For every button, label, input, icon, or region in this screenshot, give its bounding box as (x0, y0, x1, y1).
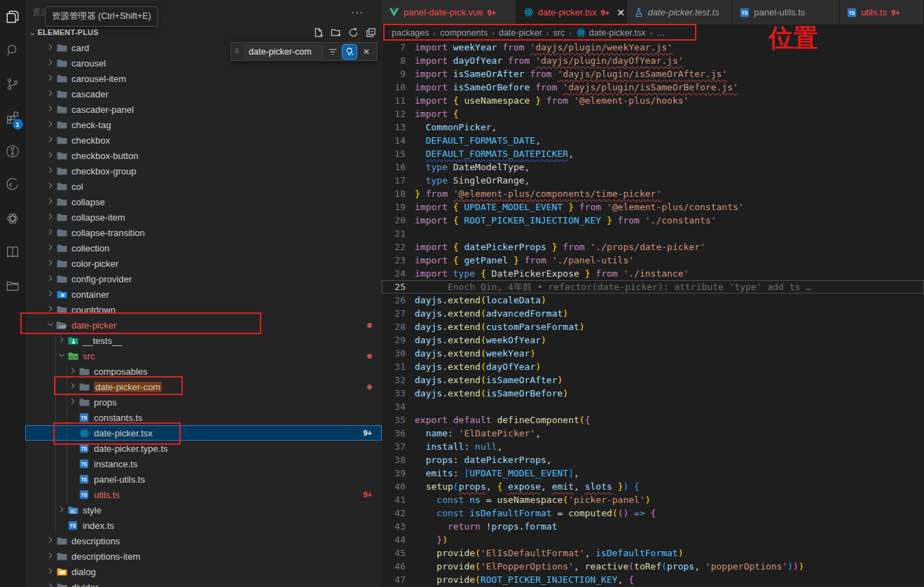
tree-item-descriptions[interactable]: descriptions (25, 533, 382, 548)
chevron-right-icon[interactable] (45, 259, 56, 268)
chevron-right-icon[interactable] (45, 228, 56, 237)
chevron-right-icon[interactable] (45, 305, 56, 314)
tree-item-collection[interactable]: collection (25, 240, 382, 256)
tree-item-indexts[interactable]: TSindex.ts (25, 518, 382, 533)
tree-item-props[interactable]: props (25, 394, 382, 410)
tree-item-composables[interactable]: composables (25, 364, 382, 379)
chevron-right-icon[interactable] (45, 182, 56, 191)
code-line-39[interactable]: 39 emits: [UPDATE_MODEL_EVENT], (382, 467, 924, 480)
activity-search[interactable] (0, 34, 25, 67)
tree-item-collapse-transition[interactable]: collapse-transition (25, 225, 382, 240)
tree-item-checkbox-group[interactable]: checkbox-group (25, 163, 382, 179)
activity-chatgpt[interactable] (0, 202, 25, 235)
activity-project-manager[interactable] (0, 269, 25, 303)
collapse-all-icon[interactable] (366, 27, 376, 38)
code-line-21[interactable]: 21 (382, 227, 924, 240)
tree-item-__tests__[interactable]: __tests__ (25, 333, 382, 348)
code-line-13[interactable]: 13 CommonPicker, (382, 120, 924, 134)
tree-item-date-picker-com[interactable]: date-picker-com (25, 379, 382, 394)
code-editor[interactable]: 7import weekYear from 'dayjs/plugin/week… (382, 41, 924, 587)
tree-item-cascader-panel[interactable]: cascader-panel (25, 102, 382, 117)
close-icon[interactable]: ✕ (616, 8, 625, 18)
chevron-right-icon[interactable] (45, 552, 56, 560)
chevron-right-icon[interactable] (45, 275, 56, 283)
code-line-10[interactable]: 10import isSameOrBefore from 'dayjs/plug… (382, 81, 924, 94)
code-line-43[interactable]: 43 return !props.format (382, 520, 924, 533)
code-line-33[interactable]: 33dayjs.extend(isSameOrBefore) (382, 387, 924, 400)
close-icon[interactable]: ✕ (359, 45, 373, 59)
explorer-section-header[interactable]: ⌄ ELEMENT-PLUS (25, 25, 382, 40)
code-line-35[interactable]: 35export default defineComponent({ (382, 413, 924, 427)
chevron-down-icon[interactable] (45, 321, 56, 329)
tree-item-container[interactable]: container (25, 286, 382, 302)
code-line-44[interactable]: 44 }) (382, 533, 924, 546)
chevron-right-icon[interactable] (45, 167, 56, 175)
code-line-38[interactable]: 38 props: datePickerProps, (382, 453, 924, 467)
chevron-right-icon[interactable] (45, 59, 56, 67)
code-line-9[interactable]: 9import isSameOrAfter from 'dayjs/plugin… (382, 67, 924, 81)
chevron-right-icon[interactable] (45, 290, 56, 298)
tree-item-checkbox[interactable]: checkbox (25, 132, 382, 148)
tree-item-divider[interactable]: divider (25, 579, 382, 587)
chevron-right-icon[interactable] (45, 213, 56, 221)
breadcrumb-item[interactable]: packages (392, 28, 429, 38)
code-line-23[interactable]: 23import { getPanel } from './panel-util… (382, 254, 924, 267)
code-line-15[interactable]: 15 DEFAULT_FORMATS_DATEPICKER, (382, 147, 924, 160)
tree-item-countdown[interactable]: countdown (25, 302, 382, 317)
code-line-29[interactable]: 29dayjs.extend(weekOfYear) (382, 333, 924, 347)
tree-item-carousel-item[interactable]: carousel-item (25, 71, 382, 86)
code-line-12[interactable]: 12import { (382, 107, 924, 120)
code-line-30[interactable]: 30dayjs.extend(weekYear) (382, 347, 924, 360)
chevron-right-icon[interactable] (56, 336, 67, 345)
tree-item-panel-utilsts[interactable]: TSpanel-utils.ts (25, 471, 382, 487)
breadcrumb-overflow[interactable]: … (656, 28, 666, 38)
tree-item-utilsts[interactable]: TSutils.ts9+ (25, 487, 382, 502)
chevron-down-icon[interactable] (56, 352, 67, 360)
activity-docs[interactable] (0, 235, 25, 269)
breadcrumb-item[interactable]: src (553, 28, 565, 38)
tree-item-checkbox-button[interactable]: checkbox-button (25, 148, 382, 163)
tab-panel-date-pick.vue[interactable]: panel-date-pick.vue 9+ (382, 0, 516, 25)
code-line-37[interactable]: 37 install: null, (382, 440, 924, 453)
code-line-22[interactable]: 22import { datePickerProps } from './pro… (382, 240, 924, 254)
tree-item-col[interactable]: col (25, 179, 382, 194)
chevron-right-icon[interactable] (67, 398, 78, 406)
code-line-7[interactable]: 7import weekYear from 'dayjs/plugin/week… (382, 41, 924, 54)
chevron-right-icon[interactable] (45, 43, 56, 52)
code-line-19[interactable]: 19import { UPDATE_MODEL_EVENT } from '@e… (382, 200, 924, 214)
code-line-8[interactable]: 8import dayOfYear from 'dayjs/plugin/day… (382, 54, 924, 67)
activity-extensions[interactable]: 1 (0, 101, 25, 134)
fuzzy-search-toggle[interactable] (343, 45, 357, 59)
drag-grip-icon[interactable]: ⠿ (235, 49, 242, 54)
code-line-42[interactable]: 42 const isDefaultFormat = computed(() =… (382, 506, 924, 520)
tab-date-picker.test.ts[interactable]: date-picker.test.ts (627, 0, 733, 25)
tree-item-date-pickertypets[interactable]: TSdate-picker.type.ts (25, 441, 382, 456)
tree-item-cascader[interactable]: cascader (25, 86, 382, 102)
code-line-24[interactable]: 24import type { DatePickerExpose } from … (382, 267, 924, 280)
tree-item-date-picker[interactable]: date-picker (25, 317, 382, 333)
activity-source-control[interactable] (0, 67, 25, 101)
code-line-31[interactable]: 31dayjs.extend(dayOfYear) (382, 360, 924, 373)
new-folder-icon[interactable] (331, 27, 341, 38)
chevron-right-icon[interactable] (45, 567, 56, 576)
code-line-16[interactable]: 16 type DateModelType, (382, 160, 924, 174)
refresh-icon[interactable] (348, 27, 359, 38)
breadcrumb-item[interactable]: components (440, 28, 488, 38)
code-line-11[interactable]: 11import { useNamespace } from '@element… (382, 94, 924, 107)
chevron-right-icon[interactable] (45, 136, 56, 144)
activity-gitlens[interactable] (0, 134, 25, 168)
tree-item-constantsts[interactable]: TSconstants.ts (25, 410, 382, 425)
chevron-right-icon[interactable] (45, 583, 56, 587)
code-line-46[interactable]: 46 provide('ElPopperOptions', reactive(t… (382, 560, 924, 573)
code-line-36[interactable]: 36 name: 'ElDatePicker', (382, 427, 924, 440)
chevron-right-icon[interactable] (56, 506, 67, 514)
chevron-right-icon[interactable] (45, 198, 56, 206)
tree-item-style[interactable]: style (25, 502, 382, 518)
tree-item-dialog[interactable]: dialog (25, 564, 382, 579)
tree-item-collapse[interactable]: collapse (25, 194, 382, 209)
breadcrumb-item[interactable]: date-picker (499, 28, 542, 38)
tree-item-src[interactable]: </>src (25, 348, 382, 364)
code-line-17[interactable]: 17 type SingleOrRange, (382, 174, 924, 187)
chevron-right-icon[interactable] (45, 244, 56, 252)
tree-item-date-pickertsx[interactable]: date-picker.tsx9+ (25, 425, 382, 441)
